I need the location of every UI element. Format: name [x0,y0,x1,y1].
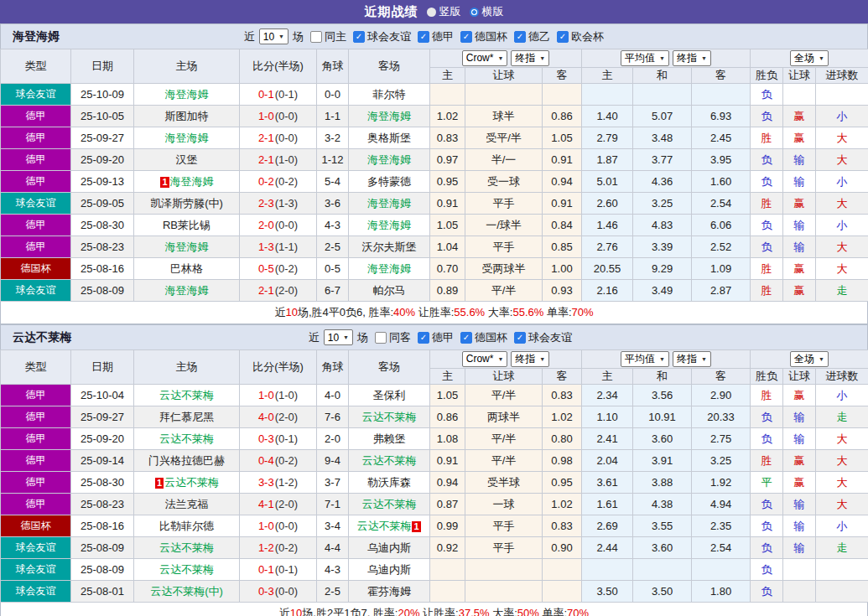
home-team-name: 法兰克福 [165,498,209,510]
score-cell: 0-5(0-2) [240,258,317,280]
chevron-down-icon: ▼ [659,356,665,362]
result-cell: 负 [751,236,783,258]
avg-home-cell: 1.61 [582,494,633,515]
home-team-cell: 拜仁慕尼黑 [134,406,240,428]
average-odds-select[interactable]: 平均值▼ [621,351,669,367]
score-cell: 0-4(0-2) [240,450,317,472]
column-header: 主场 [134,49,240,84]
score-cell: 3-3(1-2) [240,472,317,494]
fullmatch-group-header: 全场▼ [751,350,868,369]
rounds-select[interactable]: 10▼ [324,329,353,345]
odds-away-cell: 0.95 [543,472,582,494]
avg-home-cell [582,84,633,106]
away-team-name: 海登海姆 [367,110,411,122]
avg-away-cell: 2.75 [692,428,751,450]
league-checkbox[interactable] [557,31,569,43]
final-odds-select[interactable]: 终指▼ [673,351,711,367]
sub-column-header: 客 [543,68,582,84]
fulltime-score: 2-1 [258,153,274,166]
odds-away-cell: 0.85 [543,236,582,258]
handicap-result-cell: 输 [783,494,816,515]
odds-company-select[interactable]: Crow*▼ [462,50,508,66]
score-cell: 0-1(0-1) [240,84,317,106]
handicap-result-cell: 赢 [783,385,816,406]
same-venue-checkbox[interactable] [310,31,322,43]
away-team-name: 多特蒙德 [367,175,411,188]
fulltime-score: 0-5 [258,262,274,275]
home-team-cell: 云达不莱梅 [134,428,240,450]
league-checkbox[interactable] [418,332,429,344]
match-type-cell: 德国杯 [1,258,71,280]
sub-column-header: 让球 [465,369,543,385]
column-header: 主场 [134,350,240,385]
average-odds-select[interactable]: 平均值▼ [621,50,669,66]
score-cell: 1-2(0-2) [240,537,317,559]
halftime-score: (0-1) [275,563,298,576]
away-team-name: 帕尔马 [373,284,406,297]
league-checkbox[interactable] [514,332,526,344]
corner-cell: 1-1 [317,106,349,127]
score-cell: 0-1(0-1) [240,559,317,581]
league-checkbox[interactable] [460,332,472,344]
avg-away-cell: 2.87 [692,280,751,302]
league-label: 德甲 [432,29,454,44]
match-type-cell: 德甲 [1,127,71,149]
goals-result-cell [816,84,868,106]
league-label: 欧会杯 [571,29,604,44]
column-header: 比分(半场) [240,350,317,385]
column-header: 角球 [317,350,349,385]
handicap-result-cell: 输 [783,236,816,258]
league-checkbox[interactable] [353,31,365,43]
sub-column-header: 让球 [465,68,543,84]
avg-away-cell: 2.45 [692,127,751,149]
corner-cell: 1-12 [317,149,349,171]
avg-away-cell: 1.09 [692,258,751,280]
layout-radio-horizontal[interactable]: 横版 [470,4,504,19]
full-match-select[interactable]: 全场▼ [790,50,829,66]
full-match-select[interactable]: 全场▼ [790,351,829,367]
corner-cell: 3-7 [317,472,349,494]
select-value: 10 [328,332,339,344]
home-team-cell: 海登海姆 [134,280,240,302]
halftime-score: (1-1) [275,241,298,253]
odds-group-header: Crow*▼终指▼ [430,49,582,68]
chevron-down-icon: ▼ [819,356,824,362]
same-venue-checkbox[interactable] [375,332,387,344]
score-cell: 4-0(2-0) [240,406,317,428]
league-checkbox[interactable] [418,31,429,43]
corner-cell: 6-7 [317,280,349,302]
chevron-down-icon: ▼ [819,55,824,61]
table-row: 德甲25-09-20汉堡2-1(1-0)1-12海登海姆0.97半/一0.911… [1,149,868,171]
avg-away-cell: 3.95 [692,149,751,171]
column-header: 日期 [71,49,134,84]
final-odds-select[interactable]: 终指▼ [673,50,711,66]
odds-away-cell: 0.80 [543,428,582,450]
result-cell: 负 [751,215,783,236]
select-value: 10 [263,31,274,43]
avg-home-cell: 2.79 [582,127,633,149]
final-odds-select[interactable]: 终指▼ [511,351,549,367]
result-cell: 负 [751,428,783,450]
home-team-cell: 1海登海姆 [134,171,240,193]
final-odds-select[interactable]: 终指▼ [511,50,549,66]
halftime-score: (0-0) [275,110,298,122]
handicap-result-cell: 赢 [783,127,816,149]
home-team-name: 巴林格 [170,262,203,275]
rounds-select[interactable]: 10▼ [259,28,288,44]
odds-company-select[interactable]: Crow*▼ [462,351,508,367]
handicap-result-cell: 输 [783,406,816,428]
radio-unchecked-icon [427,8,436,17]
away-team-cell: 海登海姆 [349,215,430,236]
home-team-name: 云达不莱梅 [164,476,219,489]
score-cell: 0-3(0-0) [240,581,317,603]
score-cell: 2-1(0-0) [240,127,317,149]
match-type-cell: 德甲 [1,215,71,236]
fulltime-score: 2-0 [258,219,274,231]
avg-away-cell: 20.33 [692,406,751,428]
avg-draw-cell: 3.60 [633,537,692,559]
layout-radio-vertical[interactable]: 竖版 [427,4,461,19]
league-checkbox[interactable] [514,31,526,43]
select-value: Crow* [466,52,494,64]
league-checkbox[interactable] [460,31,472,43]
avg-draw-cell: 4.36 [633,171,692,193]
